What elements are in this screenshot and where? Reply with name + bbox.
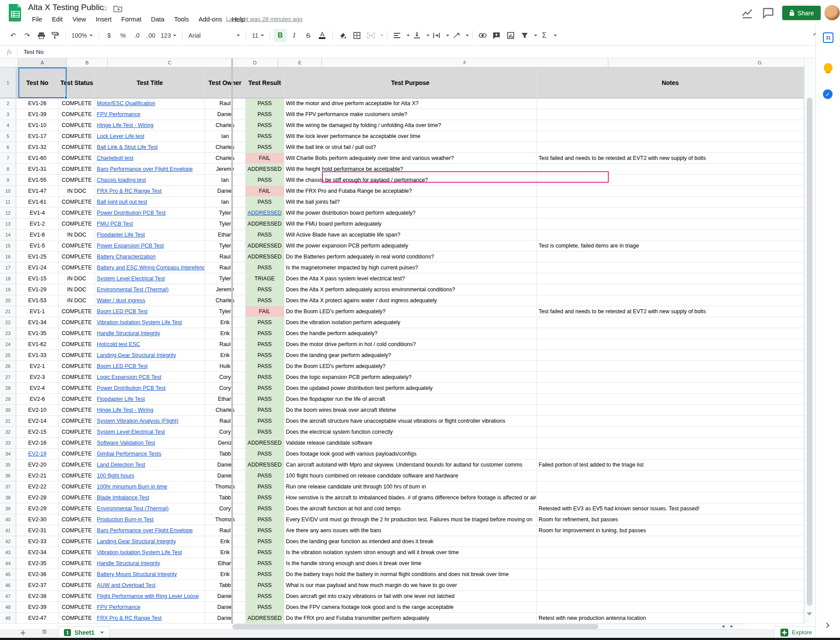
cell-result[interactable]: PASS [246, 262, 284, 273]
last-edit-link[interactable]: Last edit was 28 minutes ago [226, 16, 303, 22]
cell-purpose[interactable]: Will the FRX Pro and Futaba Range be acc… [284, 186, 537, 197]
functions-button[interactable]: Σ [538, 29, 551, 42]
cell-purpose[interactable]: Does the handle perform adequately? [284, 328, 537, 339]
cell-status[interactable]: COMPLETE [59, 481, 95, 492]
cell-title[interactable]: Motor/ESC Qualification [95, 98, 205, 109]
cell-owner[interactable]: Erik [205, 350, 246, 361]
cell-owner[interactable]: Erik [205, 317, 246, 328]
cell-title[interactable]: Software Validation Test [95, 438, 205, 449]
cell-result[interactable]: PASS [246, 558, 284, 569]
cell-no[interactable]: EV2-19 [16, 449, 59, 460]
paint-format-button[interactable] [49, 29, 62, 42]
cell-title[interactable]: AUW and Overload Test [95, 580, 205, 591]
cell-status[interactable]: COMPLETE [59, 416, 95, 427]
cell-notes[interactable] [537, 405, 804, 416]
cell-notes[interactable] [537, 317, 804, 328]
cell-purpose[interactable]: Will the chassis be stiff enough for pay… [284, 175, 537, 186]
cell-no[interactable]: EV1-5 [16, 240, 59, 251]
menu-item-tools[interactable]: Tools [170, 15, 193, 24]
cell-title[interactable]: Boom LED PCB Test [95, 306, 205, 317]
cell-purpose[interactable]: What is our max payload and how much mar… [284, 580, 537, 591]
cell-title[interactable]: FRX Pro & RC Range Test [95, 186, 205, 197]
cell-purpose[interactable]: Do the boom wires break over aircraft li… [284, 405, 537, 416]
scroll-left-arrow-icon[interactable]: ◂ [722, 623, 724, 629]
cell-title[interactable]: Vibration Isolation System Life Test [95, 317, 205, 328]
cell-notes[interactable] [537, 350, 804, 361]
cell-purpose[interactable]: Will the FPV performance make customers … [284, 109, 537, 120]
header-test-result[interactable]: Test Result [246, 67, 284, 98]
row-number[interactable]: 44 [0, 558, 16, 569]
row-number[interactable]: 48 [0, 602, 16, 613]
cell-owner[interactable]: Ian [205, 131, 246, 142]
cell-purpose[interactable]: Do the Boom LED's perform adequately? [284, 361, 537, 372]
cell-owner[interactable]: Tabb [205, 580, 246, 591]
cell-title[interactable]: Baro Performance over Flight Envelope [95, 525, 205, 536]
cell-status[interactable]: COMPLETE [59, 153, 95, 164]
cell-no[interactable]: EV2-3 [16, 372, 59, 383]
cell-status[interactable]: COMPLETE [59, 262, 95, 273]
cell-owner[interactable]: Daniel [205, 470, 246, 481]
cell-notes[interactable] [537, 175, 804, 186]
scroll-right-arrow-icon[interactable]: ▸ [731, 623, 733, 629]
cell-purpose[interactable]: Will the lock lever performance be accep… [284, 131, 537, 142]
cell-status[interactable]: COMPLETE [59, 602, 95, 613]
cell-status[interactable]: COMPLETE [59, 470, 95, 481]
row-number[interactable]: 35 [0, 460, 16, 470]
cell-status[interactable]: COMPLETE [59, 613, 95, 624]
row-number[interactable]: 42 [0, 536, 16, 547]
cell-owner[interactable]: Tyler [205, 240, 246, 251]
cell-purpose[interactable]: Does the FPV camera footage look good an… [284, 602, 537, 613]
cell-result[interactable]: PASS [246, 350, 284, 361]
fill-color-button[interactable] [336, 29, 349, 42]
all-sheets-button[interactable]: ≡ [42, 627, 47, 636]
cell-purpose[interactable]: Can aircraft autoland with Mpro and skyv… [284, 460, 537, 470]
cell-no[interactable]: EV1-62 [16, 339, 59, 350]
cell-no[interactable]: EV1-25 [16, 251, 59, 262]
row-number[interactable]: 49 [0, 613, 16, 624]
cell-result[interactable]: PASS [246, 416, 284, 427]
keep-icon[interactable] [823, 63, 833, 74]
cell-no[interactable]: EV2-47 [16, 613, 59, 624]
cell-notes[interactable] [537, 164, 804, 175]
number-format-select[interactable]: 123 [158, 29, 179, 42]
insert-link-button[interactable] [476, 29, 489, 42]
cell-result[interactable]: PASS [246, 197, 284, 208]
text-rotation-button[interactable] [450, 29, 463, 42]
cell-status[interactable]: COMPLETE [59, 427, 95, 438]
cell-purpose[interactable]: 100 flight hours combined on release can… [284, 470, 537, 481]
cell-title[interactable]: Battery and ESC Wiring Compass Interefen… [95, 262, 205, 273]
cell-title[interactable]: Flopdapter Life Test [95, 394, 205, 405]
cell-result[interactable]: PASS [246, 481, 284, 492]
cell-purpose[interactable]: Do the battery trays hold the battery in… [284, 569, 537, 580]
cell-status[interactable]: COMPLETE [59, 197, 95, 208]
sheet-tab[interactable]: 1 Sheet1 [58, 626, 109, 638]
cell-no[interactable]: EV1-4 [16, 208, 59, 219]
cell-owner[interactable]: Raul [205, 416, 246, 427]
cell-purpose[interactable]: Will the power distribution board perfor… [284, 208, 537, 219]
cell-notes[interactable]: Failed portion of test added to the tria… [537, 460, 804, 470]
cell-status[interactable]: COMPLETE [59, 438, 95, 449]
cell-no[interactable]: EV2-20 [16, 460, 59, 470]
cell-title[interactable]: Battery Characterization [95, 251, 205, 262]
cell-notes[interactable] [537, 558, 804, 569]
cell-purpose[interactable]: Is the handle strong enough and does it … [284, 558, 537, 569]
row-number[interactable]: 14 [0, 230, 16, 240]
cell-notes[interactable]: Retest with new production antenna locat… [537, 613, 804, 624]
row-number[interactable]: 28 [0, 383, 16, 394]
row-number[interactable]: 36 [0, 470, 16, 481]
cell-result[interactable]: PASS [246, 580, 284, 591]
cell-owner[interactable]: Jeremy [205, 284, 246, 295]
menu-item-view[interactable]: View [68, 15, 90, 24]
cell-purpose[interactable]: Will the ball joints fail? [284, 197, 537, 208]
cell-status[interactable]: COMPLETE [59, 164, 95, 175]
cell-no[interactable]: EV2-16 [16, 438, 59, 449]
cell-result[interactable]: PASS [246, 525, 284, 536]
cell-owner[interactable]: Ethan [205, 394, 246, 405]
cell-purpose[interactable]: How senstive is the aircraft to imbalanc… [284, 492, 537, 503]
cell-result[interactable]: PASS [246, 470, 284, 481]
cell-owner[interactable]: Charles [205, 405, 246, 416]
cell-notes[interactable] [537, 449, 804, 460]
cell-purpose[interactable]: Does the motor drive perform in hot / co… [284, 339, 537, 350]
row-number[interactable]: 19 [0, 284, 16, 295]
cell-result[interactable]: TRIAGE [246, 273, 284, 284]
